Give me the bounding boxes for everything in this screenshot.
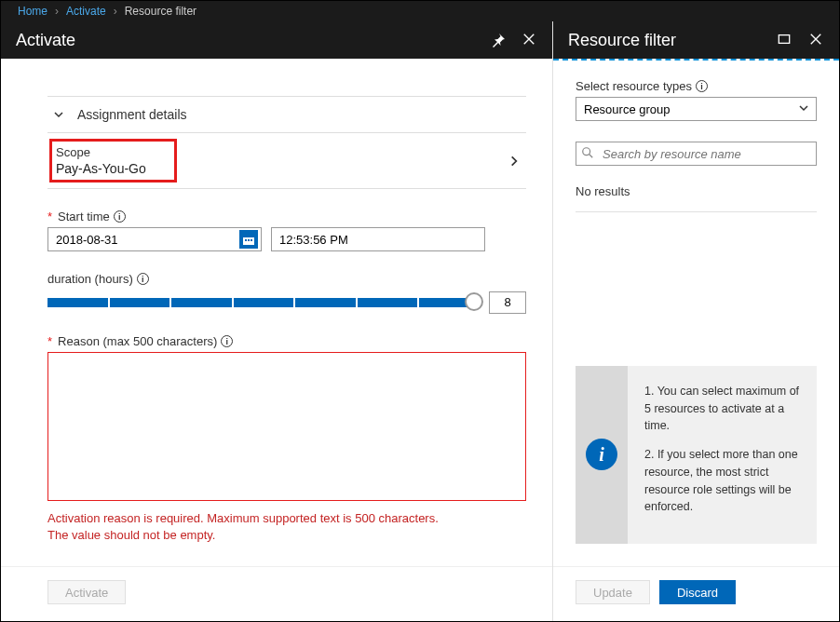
breadcrumb-current: Resource filter — [125, 5, 196, 18]
info-box: i 1. You can select maximum of 5 resourc… — [576, 366, 817, 544]
resource-type-select[interactable]: Resource group — [576, 97, 817, 121]
tip-1: 1. You can select maximum of 5 resources… — [644, 383, 800, 435]
resource-filter-title: Resource filter — [568, 31, 676, 50]
reason-label: Reason (max 500 characters) — [58, 334, 217, 348]
section-header-label: Assignment details — [77, 107, 187, 122]
calendar-icon[interactable] — [239, 230, 258, 249]
start-time-label: Start time — [58, 210, 110, 223]
error-text-1: Activation reason is required. Maximum s… — [47, 510, 526, 527]
scope-row[interactable]: Scope Pay-As-You-Go — [47, 133, 526, 189]
info-icon[interactable]: i — [696, 80, 708, 92]
tip-2: 2. If you select more than one resource,… — [644, 446, 800, 516]
activate-title: Activate — [16, 31, 75, 50]
pin-icon[interactable] — [491, 33, 506, 47]
chevron-down-icon — [53, 109, 64, 120]
svg-rect-1 — [243, 235, 254, 237]
scope-value: Pay-As-You-Go — [56, 161, 146, 176]
duration-slider[interactable] — [47, 294, 480, 311]
activate-titlebar: Activate — [1, 21, 552, 59]
resource-type-value: Resource group — [584, 102, 671, 116]
required-icon: * — [47, 334, 52, 348]
scope-highlight: Scope Pay-As-You-Go — [49, 139, 177, 183]
info-icon[interactable]: i — [114, 210, 126, 223]
breadcrumb: Home › Activate › Resource filter — [1, 1, 839, 21]
chevron-down-icon — [798, 102, 809, 114]
svg-line-7 — [589, 155, 593, 158]
resource-types-label: Select resource types — [576, 79, 692, 93]
search-icon — [581, 146, 594, 159]
svg-rect-5 — [779, 35, 789, 44]
breadcrumb-activate[interactable]: Activate — [66, 5, 106, 18]
slider-thumb[interactable] — [465, 292, 483, 311]
breadcrumb-home[interactable]: Home — [18, 5, 47, 18]
svg-rect-3 — [248, 239, 250, 241]
resource-search-input[interactable] — [576, 142, 817, 166]
close-icon[interactable] — [522, 33, 537, 47]
chevron-right-icon: › — [55, 5, 59, 18]
update-button[interactable]: Update — [576, 580, 650, 604]
time-input[interactable] — [271, 227, 485, 251]
duration-label: duration (hours) — [47, 272, 133, 286]
chevron-right-icon — [508, 155, 521, 168]
duration-value[interactable]: 8 — [489, 291, 526, 314]
chevron-right-icon: › — [114, 5, 117, 18]
scope-label: Scope — [56, 145, 146, 159]
activate-button[interactable]: Activate — [47, 580, 126, 604]
discard-button[interactable]: Discard — [659, 580, 736, 604]
info-icon[interactable]: i — [137, 273, 149, 285]
svg-rect-4 — [251, 239, 252, 241]
info-icon: i — [586, 439, 617, 470]
svg-rect-2 — [245, 239, 247, 241]
no-results-text: No results — [576, 184, 817, 212]
close-icon[interactable] — [809, 33, 824, 47]
maximize-icon[interactable] — [778, 33, 793, 47]
required-icon: * — [47, 210, 52, 223]
date-input[interactable] — [47, 227, 262, 251]
assignment-details-header[interactable]: Assignment details — [47, 96, 526, 133]
error-text-2: The value should not be empty. — [47, 527, 526, 544]
info-icon[interactable]: i — [221, 335, 233, 347]
resource-filter-titlebar: Resource filter — [553, 21, 839, 59]
resource-filter-panel: Resource filter Select resource types i … — [552, 21, 839, 621]
reason-textarea[interactable] — [47, 352, 526, 501]
svg-point-6 — [583, 148, 590, 156]
activate-panel: Activate Assignment details Scope — [1, 21, 552, 621]
